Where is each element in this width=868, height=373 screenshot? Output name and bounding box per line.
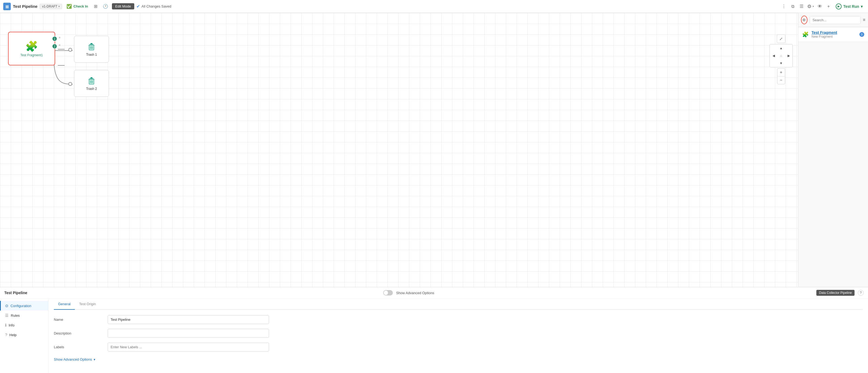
- nav-home-button[interactable]: ⌂: [777, 52, 785, 60]
- test-run-button[interactable]: ▶ Test Run ▾: [834, 2, 865, 10]
- split-view-icon: ⊞: [94, 4, 97, 9]
- trash2-label: Trash 2: [86, 87, 97, 91]
- version-chevron-icon: ▾: [58, 5, 60, 8]
- nav-item-rules[interactable]: ☰ Rules: [0, 311, 48, 320]
- labels-label: Labels: [54, 345, 107, 349]
- toolbar-left: ▦ Test Pipeline v1-DRAFT ▾ ✅ Check In ⊞ …: [3, 2, 778, 10]
- trash1-node[interactable]: Trash 1: [74, 36, 109, 63]
- version-badge[interactable]: v1-DRAFT ▾: [39, 4, 62, 9]
- zoom-in-button[interactable]: +: [777, 69, 785, 76]
- description-input[interactable]: [107, 329, 269, 338]
- nav-up-button[interactable]: ▲: [777, 44, 785, 52]
- fragment-output-1[interactable]: 1: [52, 36, 57, 41]
- nav-item-rules-label: Rules: [11, 313, 20, 317]
- zoom-controls: + −: [777, 68, 785, 84]
- saved-status: ✔ All Changes Saved: [136, 4, 172, 9]
- data-collector-badge: Data Collector Pipeline: [816, 290, 855, 296]
- gear-dropdown[interactable]: ⚙ ▾: [807, 3, 814, 9]
- gear-dropdown-arrow: ▾: [813, 5, 814, 8]
- copy-button[interactable]: ⧉: [790, 2, 796, 10]
- fragment-node[interactable]: 🧩 Test Fragment1 1 2 ≡ ≡: [8, 32, 55, 65]
- preview-button[interactable]: 👁: [816, 2, 824, 10]
- copy-icon: ⧉: [791, 4, 794, 9]
- more-options-button[interactable]: ⋮: [780, 2, 787, 10]
- tab-bar: General Test Origin: [54, 299, 863, 310]
- add-fragment-button[interactable]: ⚙: [801, 15, 807, 24]
- add-icon: +: [827, 4, 830, 9]
- advanced-options-label: Show Advanced Options: [396, 291, 434, 295]
- split-view-button[interactable]: ⊞: [92, 2, 99, 10]
- fragment-item-icon: 🧩: [802, 31, 809, 38]
- canvas-area: 🧩 Test Fragment1 1 2 ≡ ≡ Trash: [0, 13, 798, 287]
- nav-left-button[interactable]: ◀: [770, 52, 777, 60]
- list-button[interactable]: ☰: [798, 2, 805, 10]
- description-label: Description: [54, 331, 107, 335]
- zoom-out-button[interactable]: −: [777, 76, 785, 84]
- search-input[interactable]: [810, 16, 861, 24]
- trash1-input-connector: [68, 48, 72, 52]
- sidebar-menu-icon[interactable]: ≡: [863, 18, 865, 22]
- svg-rect-3: [90, 43, 93, 44]
- gear-settings-icon: ⚙: [802, 18, 806, 22]
- more-icon: ⋮: [782, 4, 786, 9]
- tab-test-origin[interactable]: Test Origin: [75, 299, 100, 310]
- fragment-connector-bottom: ≡: [58, 43, 62, 47]
- fragment-output-2[interactable]: 2: [52, 43, 57, 49]
- help-button[interactable]: ?: [858, 290, 864, 296]
- check-in-button[interactable]: ✅ Check In: [64, 3, 90, 10]
- fragment-info: Test Fragment New Fragment: [811, 30, 857, 38]
- sidebar-search-area: ⚙ ≡: [798, 13, 868, 27]
- show-advanced-link[interactable]: Show Advanced Options ▾: [54, 356, 863, 363]
- description-row: Description: [54, 329, 863, 338]
- fragment-list-item[interactable]: 🧩 Test Fragment New Fragment 0: [798, 27, 868, 42]
- nav-right-button[interactable]: ▶: [785, 52, 793, 60]
- app-icon: ▦: [3, 3, 11, 10]
- rules-icon: ☰: [5, 313, 9, 317]
- check-in-icon: ✅: [66, 4, 72, 9]
- bottom-panel: Test Pipeline Show Advanced Options Data…: [0, 287, 868, 373]
- fragment-item-badge: 0: [859, 32, 864, 37]
- trash2-icon: [87, 76, 96, 86]
- nav-down-button[interactable]: ▼: [777, 60, 785, 67]
- nav-item-help-label: Help: [9, 333, 17, 337]
- nav-item-help[interactable]: ? Help: [0, 330, 48, 340]
- right-sidebar: ⚙ ≡ 🧩 Test Fragment New Fragment 0: [798, 13, 868, 287]
- fragment-connector-top: ≡: [58, 35, 62, 39]
- gear-icon: ⚙: [807, 3, 811, 9]
- fragment-item-name[interactable]: Test Fragment: [811, 30, 857, 35]
- form-area: General Test Origin Name Description Lab…: [49, 299, 868, 373]
- main-content: 🧩 Test Fragment1 1 2 ≡ ≡ Trash: [0, 13, 868, 287]
- name-input[interactable]: [107, 315, 269, 324]
- connector-svg: [0, 13, 798, 287]
- bottom-content: ⊙ Configuration ☰ Rules ℹ Info ? Help Ge…: [0, 299, 868, 373]
- nav-item-configuration-label: Configuration: [10, 304, 31, 308]
- svg-rect-2: [89, 44, 94, 45]
- bottom-header: Test Pipeline Show Advanced Options Data…: [0, 287, 868, 299]
- advanced-toggle[interactable]: [383, 290, 393, 296]
- expand-button[interactable]: ⤢: [777, 34, 785, 43]
- tab-general[interactable]: General: [54, 299, 75, 310]
- nav-arrows: ▲ ◀ ⌂ ▶ ▼: [770, 44, 793, 67]
- nav-item-configuration[interactable]: ⊙ Configuration: [0, 301, 48, 311]
- toolbar-right: ⋮ ⧉ ☰ ⚙ ▾ 👁 + ▶ Test Run ▾: [780, 2, 865, 10]
- configuration-icon: ⊙: [5, 304, 8, 308]
- pipeline-title: Test Pipeline: [13, 4, 37, 9]
- show-advanced-chevron-icon: ▾: [94, 358, 95, 362]
- help-nav-icon: ?: [5, 333, 7, 337]
- trash1-icon: [87, 42, 96, 52]
- labels-row: Labels: [54, 343, 863, 351]
- name-row: Name: [54, 315, 863, 324]
- add-button[interactable]: +: [826, 2, 831, 10]
- puzzle-icon: 🧩: [25, 40, 38, 52]
- fragment-item-sub: New Fragment: [811, 35, 857, 38]
- history-button[interactable]: 🕐: [101, 2, 110, 10]
- nav-controls: ⤢ ▲ ◀ ⌂ ▶ ▼ + −: [770, 34, 793, 84]
- nav-item-info[interactable]: ℹ Info: [0, 320, 48, 330]
- fragment-node-label: Test Fragment1: [21, 53, 43, 57]
- labels-input[interactable]: [107, 343, 269, 351]
- trash2-node[interactable]: Trash 2: [74, 70, 109, 97]
- eye-icon: 👁: [818, 4, 822, 9]
- nav-item-info-label: Info: [9, 323, 14, 327]
- trash2-input-connector: [68, 82, 72, 86]
- play-icon: ▶: [836, 3, 842, 9]
